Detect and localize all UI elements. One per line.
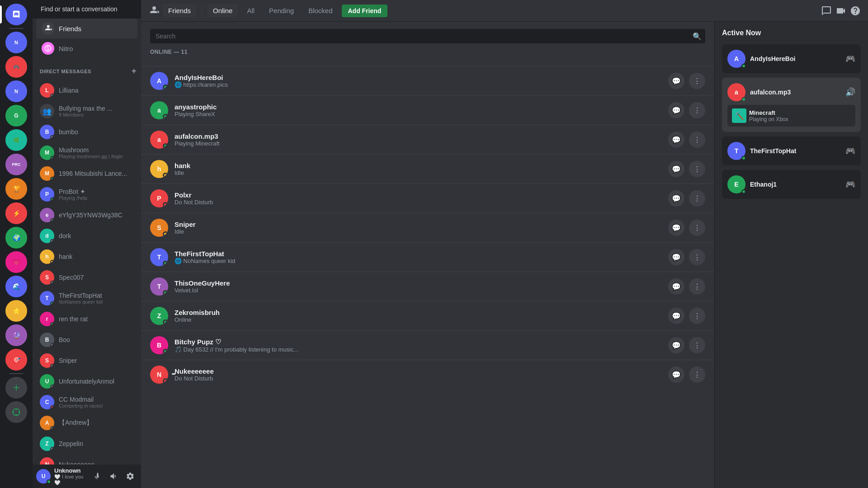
server-icon-7[interactable]: 🏆	[5, 178, 27, 200]
add-dm-button[interactable]: +	[131, 66, 137, 77]
message-andyishereboi-button[interactable]: 💬	[668, 73, 684, 89]
friend-name-nukeeeeeee-main: ᪶᪶᪶Nukeeeeeee	[175, 367, 668, 375]
active-card-thefirsttophat[interactable]: T TheFirstTopHat 🎮	[722, 136, 861, 165]
server-icon-1[interactable]: N	[5, 32, 27, 53]
friend-info-thisoneguythere: ThisOneGuyHere Velvet.lol	[175, 279, 668, 294]
dm-item-boo[interactable]: B Boo	[36, 330, 137, 350]
friend-row-anyastrophic[interactable]: a anyastrophic Playing ShareX 💬 ⋮	[141, 95, 714, 125]
dm-item-spec007[interactable]: S Spec007	[36, 267, 137, 287]
server-icon-13[interactable]: 🔮	[5, 324, 27, 346]
active-card-aufalcon[interactable]: a aufalcon.mp3 🔊 ⛏️ Minecraft Playin	[722, 78, 861, 132]
dm-item-eyfg[interactable]: e eYfgY35YNW3Wg38C	[36, 205, 137, 225]
server-icon-3[interactable]: N	[5, 80, 27, 102]
add-friend-button[interactable]: Add Friend	[342, 5, 388, 17]
dm-item-bumbo[interactable]: B bumbo	[36, 122, 137, 142]
server-icon-5[interactable]: 🌿	[5, 129, 27, 151]
discord-home-button[interactable]	[5, 4, 27, 25]
mute-button[interactable]	[90, 469, 105, 483]
explore-servers-button[interactable]	[5, 401, 27, 423]
more-polxr-button[interactable]: ⋮	[689, 190, 705, 206]
message-zekromisbruh-button[interactable]: 💬	[668, 308, 684, 324]
dm-item-dork[interactable]: d dork	[36, 226, 137, 246]
friend-row-zekromisbruh[interactable]: Z Zekromisbruh Online 💬 ⋮	[141, 301, 714, 330]
friend-row-hank[interactable]: h hank Idle 💬 ⋮	[141, 154, 714, 183]
server-icon-6[interactable]: PRC	[5, 154, 27, 175]
tab-pending[interactable]: Pending	[264, 4, 299, 17]
find-conversation-input[interactable]	[37, 4, 137, 14]
status-dot-bumbo	[50, 135, 54, 139]
dm-item-mitsubishi[interactable]: M 1996 Mitsubishi Lance...	[36, 164, 137, 183]
friend-actions-polxr: 💬 ⋮	[668, 190, 705, 206]
tab-blocked[interactable]: Blocked	[303, 4, 338, 17]
add-server-button[interactable]	[5, 377, 27, 399]
active-card-ethanoj1[interactable]: E Ethanoj1 🎮	[722, 170, 861, 199]
more-bitchy-pupz-button[interactable]: ⋮	[689, 337, 705, 353]
friend-row-sniper[interactable]: S Sniper Idle 💬 ⋮	[141, 213, 714, 242]
video-button[interactable]	[835, 5, 846, 16]
deafen-button[interactable]	[107, 469, 121, 483]
message-sniper-button[interactable]: 💬	[668, 220, 684, 236]
dm-item-thefirsttophat[interactable]: T TheFirstTopHat NoNames queer kid	[36, 288, 137, 308]
friends-nav-item[interactable]: Friends	[36, 19, 137, 38]
more-anyastrophic-button[interactable]: ⋮	[689, 102, 705, 118]
help-button[interactable]	[850, 5, 861, 16]
message-bitchy-pupz-button[interactable]: 💬	[668, 337, 684, 353]
dm-item-hank[interactable]: h hank	[36, 247, 137, 267]
friend-name-aufalcon: aufalcon.mp3	[175, 132, 668, 140]
dm-item-nukeeeeeee[interactable]: N ᪶᪶᪶Nukeeeeeee	[36, 455, 137, 465]
active-card-andyishereboi[interactable]: A AndyIsHereBoi 🎮	[722, 44, 861, 73]
server-icon-9[interactable]: 🌍	[5, 227, 27, 249]
more-nukeeeeeee-button[interactable]: ⋮	[689, 366, 705, 383]
tab-all[interactable]: All	[241, 4, 260, 17]
dm-item-bullying-max[interactable]: 👥 Bullying max the ... 9 Members	[36, 101, 137, 121]
message-thisoneguythere-button[interactable]: 💬	[668, 278, 684, 295]
more-sniper-button[interactable]: ⋮	[689, 220, 705, 236]
server-icon-14[interactable]: 🎯	[5, 349, 27, 371]
friend-row-nukeeeeeee-main[interactable]: N ᪶᪶᪶Nukeeeeeee Do Not Disturb 💬 ⋮	[141, 360, 714, 389]
server-icon-11[interactable]: 🌊	[5, 276, 27, 297]
friend-row-polxr[interactable]: P Polxr Do Not Disturb 💬 ⋮	[141, 183, 714, 213]
message-aufalcon-button[interactable]: 💬	[668, 131, 684, 148]
more-hank-button[interactable]: ⋮	[689, 161, 705, 177]
dm-item-lilliana[interactable]: L Lilliana	[36, 80, 137, 100]
friend-actions-anyastrophic: 💬 ⋮	[668, 102, 705, 118]
message-thefirsttophat-button[interactable]: 💬	[668, 249, 684, 265]
server-icon-10[interactable]: 💗	[5, 251, 27, 273]
tab-online[interactable]: Online	[208, 4, 238, 17]
message-anyastrophic-button[interactable]: 💬	[668, 102, 684, 118]
active-card-info-aufalcon: aufalcon.mp3	[750, 89, 841, 96]
server-icon-2[interactable]: 🎮	[5, 56, 27, 78]
friend-row-bitchy-pupz[interactable]: B Bitchy Pupz ♡ 🎵 Day 6532 // I'm probab…	[141, 330, 714, 360]
more-thefirsttophat-button[interactable]: ⋮	[689, 249, 705, 265]
dm-item-probot[interactable]: P ProBot ✦ Playing /help	[36, 184, 137, 204]
more-thisoneguythere-button[interactable]: ⋮	[689, 278, 705, 295]
dm-item-mushroom[interactable]: M Mushroom Playing mushroom.gg | /login	[36, 143, 137, 163]
friend-info-zekromisbruh: Zekromisbruh Online	[175, 309, 668, 323]
active-card-header-andyishereboi: A AndyIsHereBoi 🎮	[727, 50, 855, 68]
dm-item-andrew[interactable]: A 【Andrew】	[36, 413, 137, 433]
dm-item-cc-modmail[interactable]: C CC Modmail Competing in races!	[36, 392, 137, 412]
dm-item-ren-the-rat[interactable]: r ren the rat	[36, 309, 137, 329]
more-zekromisbruh-button[interactable]: ⋮	[689, 308, 705, 324]
friend-row-andyishereboi[interactable]: A AndyIsHereBoi 🌐 https://karen.pics 💬 ⋮	[141, 66, 714, 95]
friends-search-input[interactable]	[154, 29, 693, 43]
server-icon-8[interactable]: ⚡	[5, 202, 27, 224]
dm-item-zeppelin[interactable]: Z Zeppelin	[36, 434, 137, 454]
settings-button[interactable]	[123, 469, 137, 483]
more-andyishereboi-button[interactable]: ⋮	[689, 73, 705, 89]
more-aufalcon-button[interactable]: ⋮	[689, 131, 705, 148]
nitro-nav-item[interactable]: Nitro	[36, 38, 137, 58]
message-polxr-button[interactable]: 💬	[668, 190, 684, 206]
inbox-button[interactable]	[821, 5, 832, 16]
message-hank-button[interactable]: 💬	[668, 161, 684, 177]
friend-row-aufalcon[interactable]: a aufalcon.mp3 Playing Minecraft 💬 ⋮	[141, 125, 714, 154]
dm-item-sniper[interactable]: S Sniper	[36, 351, 137, 371]
friend-row-thefirsttophat[interactable]: T TheFirstTopHat 🌐 NoNames queer kid 💬 ⋮	[141, 242, 714, 272]
friend-actions-zekromisbruh: 💬 ⋮	[668, 308, 705, 324]
server-icon-12[interactable]: ⭐	[5, 300, 27, 322]
message-nukeeeeeee-button[interactable]: 💬	[668, 366, 684, 383]
friends-list-container: 🔍 ONLINE — 11 A AndyIsHereBoi 🌐 https://…	[141, 22, 714, 488]
server-icon-4[interactable]: G	[5, 105, 27, 127]
friend-row-thisoneguythere[interactable]: T ThisOneGuyHere Velvet.lol 💬 ⋮	[141, 272, 714, 301]
dm-item-unfortunately[interactable]: U UnfortunatelyAnmol	[36, 371, 137, 391]
